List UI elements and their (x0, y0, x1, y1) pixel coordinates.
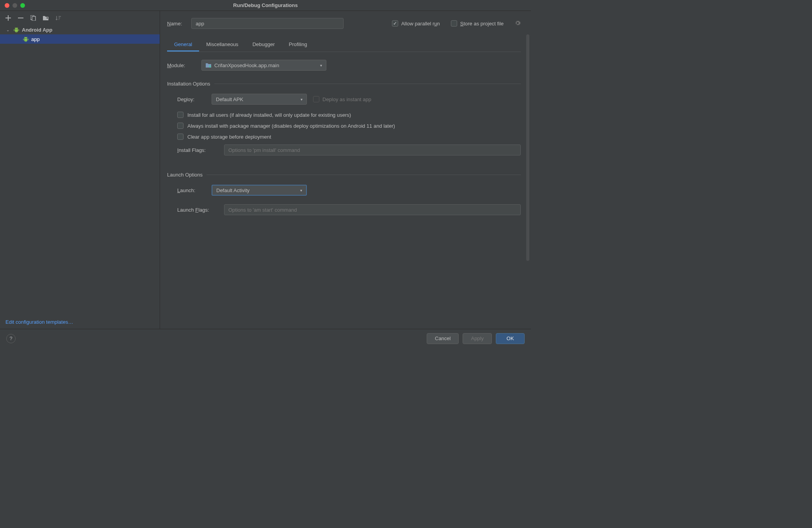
tabs: General Miscellaneous Debugger Profiling (167, 38, 521, 52)
allow-parallel-label: Allow parallel run (401, 21, 440, 27)
module-row: Module: CrifanXposedHook.app.main (167, 60, 521, 71)
checkbox-icon (177, 134, 183, 140)
svg-rect-3 (209, 66, 211, 67)
scrollbar[interactable] (526, 34, 529, 261)
tab-profiling[interactable]: Profiling (282, 38, 314, 52)
tab-debugger[interactable]: Debugger (246, 38, 282, 52)
launch-value: Default Activity (216, 187, 249, 193)
installation-options-section: Installation Options Deploy: Default APK… (167, 81, 521, 162)
close-window-button[interactable] (5, 3, 9, 8)
installation-options-title: Installation Options (167, 81, 210, 87)
tree-item-app[interactable]: app (0, 34, 160, 44)
launch-label: Launch: (177, 187, 205, 193)
android-icon (13, 27, 20, 33)
clear-storage-label: Clear app storage before deployment (187, 134, 271, 140)
module-folder-icon (206, 63, 211, 68)
maximize-window-button[interactable] (20, 3, 25, 8)
tab-general[interactable]: General (167, 38, 199, 52)
tab-miscellaneous[interactable]: Miscellaneous (199, 38, 245, 52)
checkbox-icon (392, 20, 398, 27)
checkbox-icon (451, 20, 457, 27)
launch-dropdown[interactable]: Default Activity (212, 185, 307, 196)
store-project-label: Store as project file (460, 21, 504, 27)
config-tree: ⌄ Android App app (0, 25, 160, 315)
svg-rect-0 (18, 18, 23, 18)
edit-templates-link[interactable]: Edit configuration templates… (5, 319, 73, 325)
checkbox-icon (177, 123, 183, 129)
launch-options-title: Launch Options (167, 172, 203, 178)
android-icon (23, 36, 29, 42)
name-label: Name: (167, 21, 182, 27)
checkbox-icon (313, 96, 319, 102)
allow-parallel-run-checkbox[interactable]: Allow parallel run (392, 20, 440, 27)
apply-button[interactable]: Apply (463, 333, 492, 344)
remove-icon[interactable] (17, 14, 24, 21)
checkbox-icon (177, 112, 183, 118)
deploy-label: Deploy: (177, 96, 205, 102)
copy-icon[interactable] (30, 14, 37, 21)
install-all-users-checkbox[interactable]: Install for all users (if already instal… (177, 112, 521, 118)
deploy-dropdown[interactable]: Default APK (212, 94, 307, 105)
deploy-instant-app-checkbox: Deploy as instant app (313, 96, 371, 102)
deploy-value: Default APK (216, 96, 243, 102)
always-package-manager-checkbox[interactable]: Always install with package manager (dis… (177, 123, 521, 129)
launch-options-section: Launch Options Launch: Default Activity … (167, 172, 521, 222)
store-as-project-file-checkbox[interactable]: Store as project file (451, 20, 504, 27)
module-label: Module: (167, 62, 195, 68)
tree-group-label: Android App (22, 27, 52, 33)
module-dropdown[interactable]: CrifanXposedHook.app.main (201, 60, 326, 71)
folder-icon[interactable] (42, 14, 49, 21)
module-value: CrifanXposedHook.app.main (214, 62, 279, 68)
titlebar: Run/Debug Configurations (0, 0, 531, 11)
ok-button[interactable]: OK (496, 333, 525, 344)
gear-icon[interactable] (515, 20, 521, 27)
separator (214, 84, 521, 84)
svg-rect-2 (32, 16, 36, 21)
clear-app-storage-checkbox[interactable]: Clear app storage before deployment (177, 134, 521, 140)
config-panel: Name: Allow parallel run Store as projec… (160, 11, 531, 329)
tree-item-label: app (31, 36, 40, 42)
install-flags-input[interactable] (224, 144, 521, 155)
main-content: ⌄ Android App app Edit configuration tem… (0, 11, 531, 329)
install-all-users-label: Install for all users (if already instal… (187, 112, 351, 118)
help-button[interactable]: ? (6, 334, 16, 343)
sort-icon[interactable] (55, 14, 62, 21)
launch-flags-label: Launch Flags: (177, 207, 218, 213)
window-controls (0, 3, 25, 8)
bottom-bar: ? Cancel Apply OK (0, 329, 531, 348)
cancel-button[interactable]: Cancel (427, 333, 459, 344)
add-icon[interactable] (5, 14, 12, 21)
sidebar: ⌄ Android App app Edit configuration tem… (0, 11, 160, 329)
name-row: Name: Allow parallel run Store as projec… (167, 18, 521, 29)
deploy-instant-label: Deploy as instant app (322, 96, 371, 102)
chevron-down-icon: ⌄ (6, 28, 11, 32)
name-input[interactable] (191, 18, 344, 29)
sidebar-footer: Edit configuration templates… (0, 315, 160, 329)
always-pm-label: Always install with package manager (dis… (187, 123, 395, 129)
launch-flags-input[interactable] (224, 204, 521, 215)
window-title: Run/Debug Configurations (233, 2, 297, 8)
minimize-window-button[interactable] (12, 3, 17, 8)
separator (207, 175, 521, 175)
sidebar-toolbar (0, 11, 160, 25)
tree-group-android-app[interactable]: ⌄ Android App (0, 25, 160, 34)
install-flags-label: Install Flags: (177, 147, 218, 153)
